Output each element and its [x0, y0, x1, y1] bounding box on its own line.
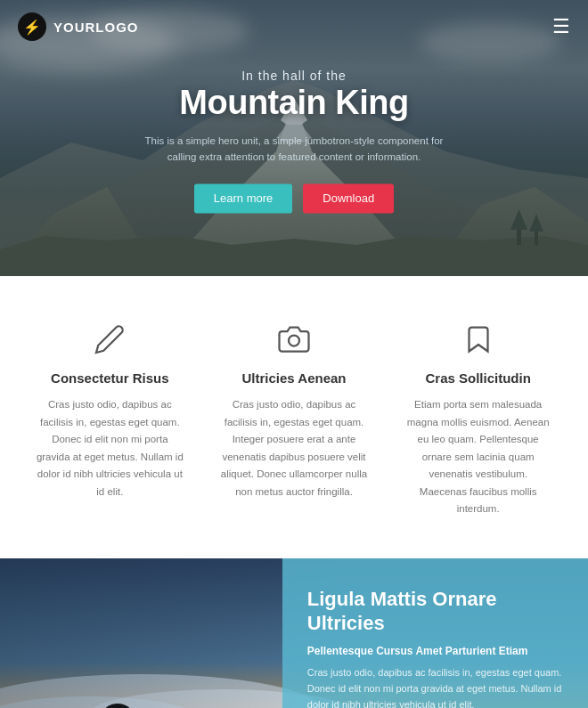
download-button[interactable]: Download	[303, 183, 394, 213]
feature-1-text: Cras justo odio, dapibus ac facilisis in…	[36, 396, 184, 500]
hero-description: This is a simple hero unit, a simple jum…	[134, 133, 454, 166]
callout-section: Ligula Mattis Ornare Ultricies Pellentes…	[0, 558, 588, 708]
feature-1-title: Consectetur Risus	[36, 370, 184, 386]
hero-section: ⚡ YOURLOGO ☰ In the hall of the Mountain…	[0, 0, 588, 276]
svg-point-25	[102, 704, 133, 708]
hero-content: In the hall of the Mountain King This is…	[29, 69, 559, 213]
logo-icon: ⚡	[18, 12, 46, 41]
pencil-icon	[36, 321, 184, 358]
navbar: ⚡ YOURLOGO ☰	[0, 0, 588, 53]
feature-edit: Consectetur Risus Cras justo odio, dapib…	[27, 321, 193, 518]
feature-bookmark: Cras Sollicitudin Etiam porta sem malesu…	[395, 321, 561, 518]
feature-3-text: Etiam porta sem malesuada magna mollis e…	[404, 396, 552, 518]
hero-buttons: Learn more Download	[29, 183, 559, 213]
hero-title: Mountain King	[29, 85, 559, 122]
feature-3-title: Cras Sollicitudin	[404, 370, 552, 386]
bookmark-icon	[404, 321, 552, 358]
logo: ⚡ YOURLOGO	[18, 12, 139, 41]
svg-point-11	[289, 336, 299, 346]
feature-2-title: Ultricies Aenean	[220, 370, 369, 386]
learn-more-button[interactable]: Learn more	[194, 183, 292, 213]
logo-text: YOURLOGO	[53, 20, 139, 35]
hamburger-menu[interactable]: ☰	[552, 17, 570, 37]
callout-title: Ligula Mattis Ornare Ultricies	[307, 587, 563, 636]
callout-panel: Ligula Mattis Ornare Ultricies Pellentes…	[282, 558, 588, 708]
callout-description: Cras justo odio, dapibus ac facilisis in…	[307, 664, 563, 708]
feature-2-text: Cras justo odio, dapibus ac facilisis in…	[220, 396, 369, 500]
callout-subtitle: Pellentesque Cursus Amet Parturient Etia…	[307, 645, 563, 657]
features-section: Consectetur Risus Cras justo odio, dapib…	[0, 276, 588, 558]
feature-camera: Ultricies Aenean Cras justo odio, dapibu…	[211, 321, 378, 518]
camera-icon	[220, 321, 369, 358]
hero-subtitle: In the hall of the	[29, 69, 559, 83]
